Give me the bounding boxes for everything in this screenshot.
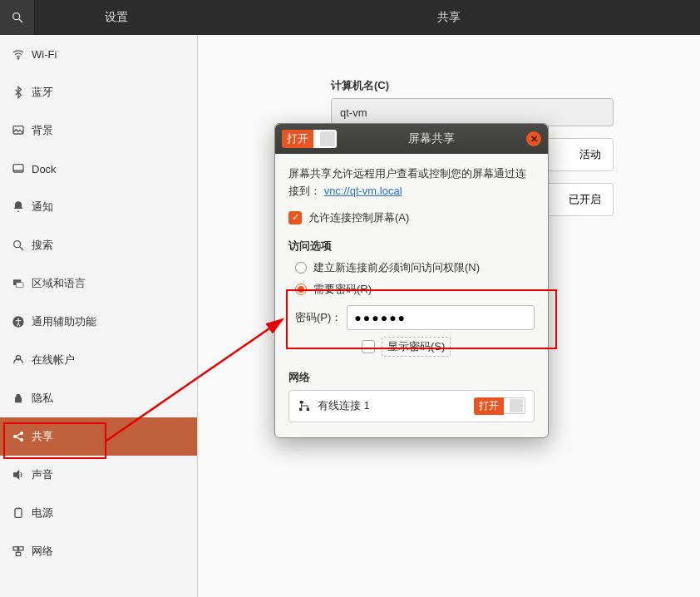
radio-require-password[interactable]: 需要密码(R) (295, 282, 535, 297)
screen-sharing-dialog: 打开 屏幕共享 ✕ 屏幕共享允许远程用户查看或控制您的屏幕通过连接到： vnc:… (274, 123, 549, 438)
svg-rect-21 (13, 547, 17, 550)
show-password-row[interactable]: ✓ 显示密码(S) (362, 337, 535, 357)
svg-point-14 (21, 432, 23, 435)
accessibility-icon (12, 315, 32, 328)
computer-name-label: 计算机名(C) (331, 78, 700, 93)
language-icon (12, 277, 32, 290)
svg-point-2 (17, 58, 18, 59)
privacy-icon (12, 392, 32, 405)
computer-name-input[interactable] (331, 98, 614, 126)
sidebar-item-label: 通知 (32, 200, 53, 215)
sidebar-title: 设置 (35, 0, 198, 35)
svg-point-0 (12, 13, 19, 20)
connection-toggle[interactable]: 打开 (474, 397, 525, 415)
svg-point-11 (17, 318, 19, 320)
password-label: 密码(P)： (295, 310, 342, 325)
sidebar-item-online-accounts[interactable]: 在线帐户 (0, 341, 197, 379)
sharing-master-toggle[interactable]: 打开 (282, 130, 337, 148)
search-icon (11, 11, 24, 24)
toggle-label: 打开 (282, 130, 313, 148)
svg-rect-22 (19, 547, 23, 550)
sidebar-item-label: 隐私 (32, 391, 53, 406)
checkbox-unchecked-icon: ✓ (362, 340, 375, 353)
top-bar: 设置 共享 (0, 0, 700, 35)
radio-label: 建立新连接前必须询问访问权限(N) (313, 260, 480, 275)
svg-line-1 (19, 19, 22, 22)
close-button[interactable]: ✕ (526, 131, 541, 146)
close-icon: ✕ (530, 134, 538, 145)
dialog-description: 屏幕共享允许远程用户查看或控制您的屏幕通过连接到： vnc://qt-vm.lo… (288, 165, 535, 200)
sidebar-item-label: 蓝牙 (32, 85, 53, 100)
network-heading: 网络 (288, 370, 535, 385)
bluetooth-icon (12, 86, 32, 99)
sidebar-item-sharing[interactable]: 共享 (0, 417, 197, 456)
sidebar-item-bluetooth[interactable]: 蓝牙 (0, 73, 197, 111)
background-icon (12, 124, 32, 137)
sidebar-item-label: 在线帐户 (32, 353, 75, 368)
search-icon (12, 239, 32, 252)
page-title: 共享 (198, 0, 700, 35)
search-button[interactable] (0, 0, 35, 35)
network-connection-row: 有线连接 1 打开 (288, 390, 535, 422)
sidebar-item-label: 声音 (32, 467, 53, 482)
sidebar-item-privacy[interactable]: 隐私 (0, 379, 197, 417)
row-status: 活动 (579, 147, 601, 162)
sidebar-item-label: 网络 (32, 544, 53, 559)
sidebar-item-sound[interactable]: 声音 (0, 456, 197, 494)
wifi-icon (12, 47, 32, 61)
power-icon (12, 506, 32, 520)
svg-line-16 (16, 434, 20, 437)
sidebar-item-label: 区域和语言 (32, 276, 86, 291)
radio-unselected-icon (295, 262, 307, 274)
radio-ask-permission[interactable]: 建立新连接前必须询问访问权限(N) (295, 260, 535, 275)
sidebar-item-label: 搜索 (32, 238, 53, 253)
connection-name: 有线连接 1 (318, 398, 370, 413)
row-status: 已开启 (569, 192, 601, 207)
svg-rect-23 (16, 552, 20, 555)
show-password-label: 显示密码(S) (382, 337, 451, 357)
vnc-link[interactable]: vnc://qt-vm.local (324, 185, 402, 197)
sidebar-item-network[interactable]: 网络 (0, 532, 197, 570)
sidebar-item-label: Wi-Fi (32, 48, 57, 61)
sidebar-item-power[interactable]: 电源 (0, 494, 197, 532)
dialog-titlebar: 打开 屏幕共享 ✕ (275, 124, 548, 154)
svg-point-6 (14, 241, 21, 248)
online-accounts-icon (12, 353, 32, 367)
svg-rect-9 (16, 283, 23, 288)
sidebar-item-dock[interactable]: Dock (0, 150, 197, 188)
sidebar-item-label: Dock (32, 163, 57, 175)
network-icon (12, 545, 32, 558)
sidebar-item-region-language[interactable]: 区域和语言 (0, 264, 197, 303)
access-options-heading: 访问选项 (288, 239, 535, 254)
sidebar-item-label: 共享 (32, 429, 53, 444)
svg-rect-18 (15, 509, 22, 518)
sidebar: Wi-Fi 蓝牙 背景 Dock 通知 搜索 区域和语言 通用辅助功能 在线帐户… (0, 35, 198, 597)
svg-rect-26 (299, 408, 302, 411)
toggle-label: 打开 (474, 397, 504, 415)
sidebar-item-wifi[interactable]: Wi-Fi (0, 35, 197, 73)
bell-icon (12, 200, 32, 214)
radio-label: 需要密码(R) (313, 282, 372, 297)
dock-icon (12, 162, 32, 175)
sidebar-item-background[interactable]: 背景 (0, 111, 197, 150)
sidebar-item-label: 电源 (32, 506, 53, 521)
share-icon (12, 430, 32, 443)
checkbox-checked-icon: ✓ (288, 211, 302, 224)
sidebar-item-accessibility[interactable]: 通用辅助功能 (0, 303, 197, 341)
sidebar-item-search[interactable]: 搜索 (0, 226, 197, 264)
svg-rect-25 (300, 401, 303, 403)
sidebar-item-label: 背景 (32, 123, 53, 138)
dialog-title: 屏幕共享 (337, 131, 526, 146)
sound-icon (12, 468, 32, 481)
sidebar-item-label: 通用辅助功能 (32, 314, 96, 329)
wired-network-icon (298, 399, 311, 412)
svg-line-7 (20, 247, 23, 250)
password-input[interactable] (347, 305, 535, 330)
allow-control-label: 允许连接控制屏幕(A) (308, 210, 409, 225)
svg-point-15 (21, 439, 23, 442)
svg-line-17 (16, 437, 20, 440)
radio-selected-icon (295, 284, 307, 295)
sidebar-item-notifications[interactable]: 通知 (0, 188, 197, 226)
svg-rect-27 (307, 408, 309, 411)
allow-control-checkbox-row[interactable]: ✓ 允许连接控制屏幕(A) (288, 210, 535, 225)
